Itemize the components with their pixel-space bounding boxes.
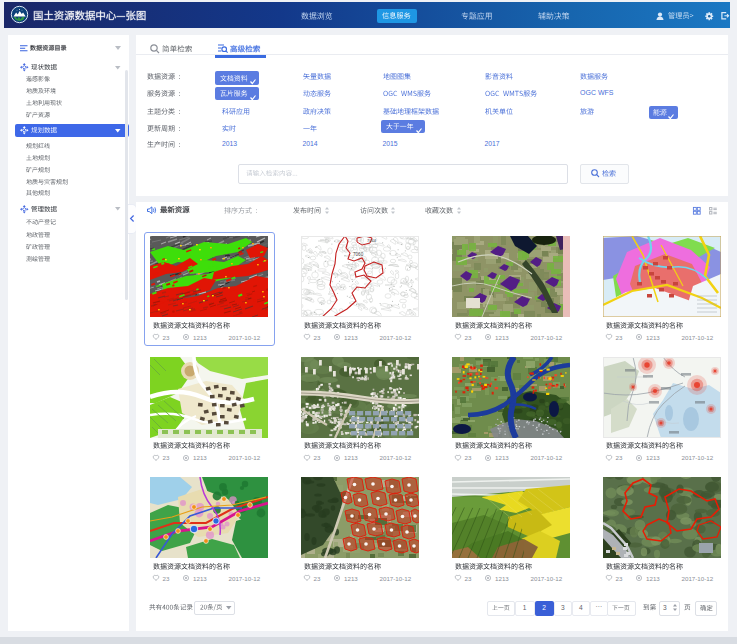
svg-text:7060: 7060 [353,252,364,257]
svg-text:7064: 7064 [367,238,377,243]
